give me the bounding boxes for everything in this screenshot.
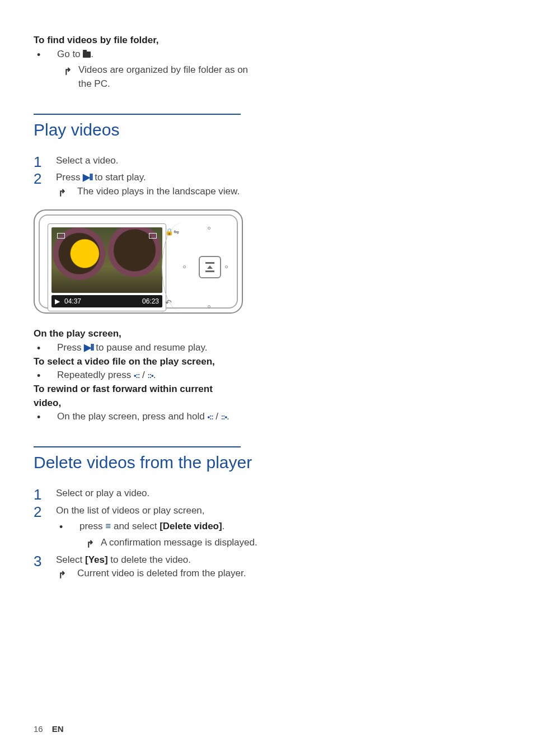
find-by-folder-list: Go to . Videos are organized by file fol…	[34, 48, 257, 91]
goto-prefix: Go to	[57, 49, 83, 59]
yes-label: [Yes]	[85, 554, 108, 565]
text-post: .	[153, 370, 156, 380]
step-number: 3	[34, 551, 41, 572]
step-pre: Press	[56, 172, 83, 183]
delete-steps: 1 Select or play a video. 2 On the list …	[34, 487, 257, 581]
pause-resume-list: Press ▶II to pause and resume play.	[34, 341, 257, 355]
back-icon: ↶	[165, 298, 172, 307]
total-time: 06:23	[142, 297, 159, 305]
text-pre: press	[79, 521, 105, 531]
menu-icon: ≡	[105, 520, 111, 534]
time-bar: ▶ 04:37 06:23	[51, 295, 162, 307]
center-button	[199, 256, 221, 278]
device-buttons: 🔒⇋ ↶	[162, 223, 229, 311]
next-icon: ::•	[147, 371, 153, 380]
device-screen: ▶ 04:37 06:23	[48, 223, 166, 311]
play-pause-icon: ▶II	[83, 172, 92, 183]
step-result: The video plays in the landscape view.	[56, 185, 257, 199]
text-mid: /	[213, 411, 221, 422]
screen-top-icons	[57, 233, 157, 239]
section-rule	[34, 446, 241, 447]
delete-step-2: 2 On the list of videos or play screen, …	[34, 504, 257, 550]
step-text: Select a video.	[56, 155, 119, 166]
text-pre: Press	[57, 342, 84, 353]
text-pre: On the play screen, press and hold	[57, 411, 207, 422]
delete-step-1: 1 Select or play a video.	[34, 487, 257, 501]
step-result: A confirmation message is displayed.	[79, 536, 257, 550]
lock-icon: 🔒⇋	[165, 228, 179, 236]
play-step-2: 2 Press ▶II to start play. The video pla…	[34, 171, 257, 198]
play-step-1: 1 Select a video.	[34, 154, 257, 168]
play-videos-heading: Play videos	[34, 120, 257, 139]
rewind-ff-item: On the play screen, press and hold •:: /…	[34, 410, 257, 424]
play-pause-icon: ▶II	[84, 342, 93, 353]
text-post: to pause and resume play.	[93, 342, 208, 353]
next-icon: ::•	[221, 413, 227, 421]
delete-video-label: [Delete video]	[160, 521, 222, 531]
step-number: 2	[34, 502, 41, 523]
page-number: 16	[34, 724, 43, 734]
find-by-folder-title: To find videos by file folder,	[34, 34, 257, 48]
text-mid: /	[139, 370, 147, 380]
rewind-ff-title-1: To rewind or fast forward within current	[34, 382, 257, 396]
folder-icon	[83, 52, 91, 58]
delete-step-3: 3 Select [Yes] to delete the video. Curr…	[34, 553, 257, 581]
text-mid: and select	[111, 521, 160, 531]
text-pre: Select	[56, 554, 85, 565]
text-post: .	[227, 411, 229, 422]
language-code: EN	[52, 724, 64, 734]
prev-icon: •::	[207, 413, 213, 421]
prev-icon: •::	[134, 371, 139, 380]
step-number: 2	[34, 169, 41, 190]
page-footer: 16 EN	[34, 724, 64, 734]
elapsed-time: 04:37	[64, 297, 81, 305]
delete-videos-heading: Delete videos from the player	[34, 453, 257, 472]
step-result: Current video is deleted from the player…	[56, 567, 257, 581]
text-post: to delete the video.	[108, 554, 191, 565]
goto-suffix: .	[91, 49, 93, 59]
section-rule	[34, 114, 241, 115]
play-steps: 1 Select a video. 2 Press ▶II to start p…	[34, 154, 257, 199]
text-post: .	[222, 521, 225, 531]
play-indicator-icon: ▶	[55, 297, 60, 305]
step-text: Select or play a video.	[56, 488, 149, 498]
pause-resume-item: Press ▶II to pause and resume play.	[34, 341, 257, 355]
device-illustration: ▶ 04:37 06:23 🔒⇋ ↶	[34, 209, 243, 314]
select-file-list: Repeatedly press •:: / ::•.	[34, 368, 257, 382]
select-file-title: To select a video file on the play scree…	[34, 355, 257, 369]
rewind-ff-title-2: video,	[34, 396, 257, 410]
step-text: On the list of videos or play screen,	[56, 505, 205, 516]
video-thumbnail	[51, 227, 162, 293]
rewind-ff-list: On the play screen, press and hold •:: /…	[34, 410, 257, 424]
delete-sub-item: press ≡ and select [Delete video]. A con…	[56, 520, 257, 549]
select-file-item: Repeatedly press •:: / ::•.	[34, 368, 257, 382]
goto-result: Videos are organized by file folder as o…	[57, 63, 257, 91]
step-post: to start play.	[92, 172, 146, 183]
goto-item: Go to . Videos are organized by file fol…	[34, 48, 257, 91]
on-play-screen-title: On the play screen,	[34, 327, 257, 341]
text-pre: Repeatedly press	[57, 370, 134, 380]
